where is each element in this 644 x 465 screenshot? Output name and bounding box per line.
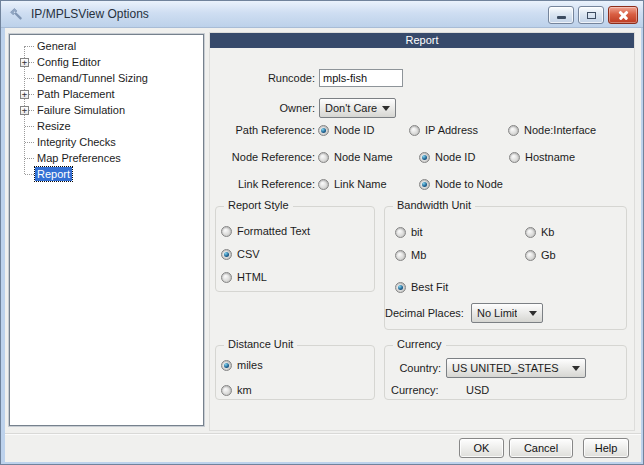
- radio-icon: [395, 282, 406, 293]
- radio-icon: [318, 179, 329, 190]
- radio-link-node-to-node[interactable]: Node to Node: [419, 176, 503, 192]
- country-label: Country:: [385, 360, 441, 376]
- radio-icon: [525, 250, 536, 261]
- radio-bw-best-fit[interactable]: Best Fit: [395, 279, 448, 295]
- country-combobox[interactable]: US UNITED_STATES: [446, 358, 586, 378]
- radio-icon: [395, 250, 406, 261]
- minimize-icon: [557, 16, 566, 19]
- node-reference-label: Node Reference:: [210, 149, 315, 165]
- radio-link-link-name[interactable]: Link Name: [318, 176, 387, 192]
- radio-icon: [509, 152, 520, 163]
- sidebar-item-resize[interactable]: Resize: [10, 118, 203, 134]
- radio-icon: [221, 226, 232, 237]
- radio-icon: [419, 152, 430, 163]
- radio-path-node-interface[interactable]: Node:Interface: [508, 122, 596, 138]
- footer-separator: [5, 433, 641, 435]
- chevron-down-icon: [529, 311, 537, 316]
- titlebar[interactable]: IP/MPLSView Options: [1, 1, 643, 28]
- ok-button[interactable]: OK: [459, 438, 504, 458]
- cancel-button[interactable]: Cancel: [509, 438, 573, 458]
- radio-icon: [318, 125, 329, 136]
- expand-icon[interactable]: +: [20, 106, 29, 115]
- radio-icon: [409, 125, 420, 136]
- sidebar-item-map-preferences[interactable]: Map Preferences: [10, 150, 203, 166]
- radio-node-node-name[interactable]: Node Name: [318, 149, 393, 165]
- report-style-title: Report Style: [224, 199, 293, 211]
- radio-bw-gb[interactable]: Gb: [525, 247, 556, 263]
- sidebar-item-path-placement[interactable]: +Path Placement: [10, 86, 203, 102]
- link-reference-label: Link Reference:: [210, 176, 315, 192]
- radio-icon: [221, 360, 232, 371]
- radio-style-html[interactable]: HTML: [221, 269, 267, 285]
- decimal-places-label: Decimal Places:: [385, 305, 463, 321]
- radio-path-node-id[interactable]: Node ID: [318, 122, 374, 138]
- wrench-icon: [9, 7, 25, 23]
- currency-title: Currency: [393, 338, 446, 350]
- radio-icon: [395, 227, 406, 238]
- sidebar-item-config-editor[interactable]: +Config Editor: [10, 54, 203, 70]
- radio-bw-kb[interactable]: Kb: [525, 224, 554, 240]
- report-panel: Report Runcode: Owner: Don't Care Path R…: [209, 32, 635, 431]
- help-button[interactable]: Help: [583, 438, 629, 458]
- radio-node-hostname[interactable]: Hostname: [509, 149, 575, 165]
- radio-dist-km[interactable]: km: [221, 382, 252, 398]
- radio-bw-mb[interactable]: Mb: [395, 247, 426, 263]
- window-title: IP/MPLSView Options: [31, 1, 149, 28]
- expand-icon[interactable]: +: [20, 58, 29, 67]
- radio-dist-miles[interactable]: miles: [221, 357, 263, 373]
- radio-icon: [525, 227, 536, 238]
- maximize-icon: [587, 12, 596, 19]
- close-button[interactable]: [608, 6, 638, 24]
- minimize-button[interactable]: [548, 6, 574, 24]
- owner-combobox[interactable]: Don't Care: [319, 98, 396, 118]
- dialog-content: General +Config Editor Demand/Tunnel Siz…: [5, 28, 641, 462]
- maximize-button[interactable]: [578, 6, 604, 24]
- radio-path-ip-address[interactable]: IP Address: [409, 122, 478, 138]
- sidebar-item-demand-tunnel-sizing[interactable]: Demand/Tunnel Sizing: [10, 70, 203, 86]
- sidebar-item-general[interactable]: General: [10, 38, 203, 54]
- sidebar-item-failure-simulation[interactable]: +Failure Simulation: [10, 102, 203, 118]
- radio-icon: [318, 152, 329, 163]
- options-dialog: IP/MPLSView Options General +Config Edit…: [0, 0, 644, 465]
- distance-unit-group: Distance Unit miles km: [215, 345, 375, 400]
- path-reference-label: Path Reference:: [210, 122, 315, 138]
- currency-readout-value: USD: [466, 382, 489, 398]
- expand-icon[interactable]: +: [20, 90, 29, 99]
- currency-group: Currency Country: US UNITED_STATES Curre…: [384, 345, 627, 400]
- options-tree: General +Config Editor Demand/Tunnel Siz…: [9, 34, 204, 426]
- radio-icon: [221, 249, 232, 260]
- radio-icon: [419, 179, 430, 190]
- chevron-down-icon: [382, 106, 390, 111]
- report-style-group: Report Style Formatted Text CSV HTML: [215, 206, 375, 292]
- radio-style-formatted-text[interactable]: Formatted Text: [221, 223, 310, 239]
- radio-icon: [221, 385, 232, 396]
- radio-node-node-id[interactable]: Node ID: [419, 149, 475, 165]
- distance-unit-title: Distance Unit: [224, 338, 297, 350]
- runcode-label: Runcode:: [210, 70, 315, 86]
- currency-readout-label: Currency:: [391, 382, 439, 398]
- chevron-down-icon: [572, 366, 580, 371]
- decimal-places-combobox[interactable]: No Limit: [471, 303, 543, 323]
- bandwidth-unit-group: Bandwidth Unit bit Kb Mb Gb Best Fit Dec…: [384, 206, 627, 330]
- bandwidth-unit-title: Bandwidth Unit: [393, 199, 475, 211]
- radio-icon: [221, 272, 232, 283]
- radio-icon: [508, 125, 519, 136]
- radio-bw-bit[interactable]: bit: [395, 224, 423, 240]
- runcode-input[interactable]: [319, 69, 403, 87]
- sidebar-item-report[interactable]: Report: [10, 166, 203, 182]
- panel-title: Report: [210, 33, 634, 48]
- owner-label: Owner:: [210, 100, 315, 116]
- sidebar-item-integrity-checks[interactable]: Integrity Checks: [10, 134, 203, 150]
- radio-style-csv[interactable]: CSV: [221, 246, 260, 262]
